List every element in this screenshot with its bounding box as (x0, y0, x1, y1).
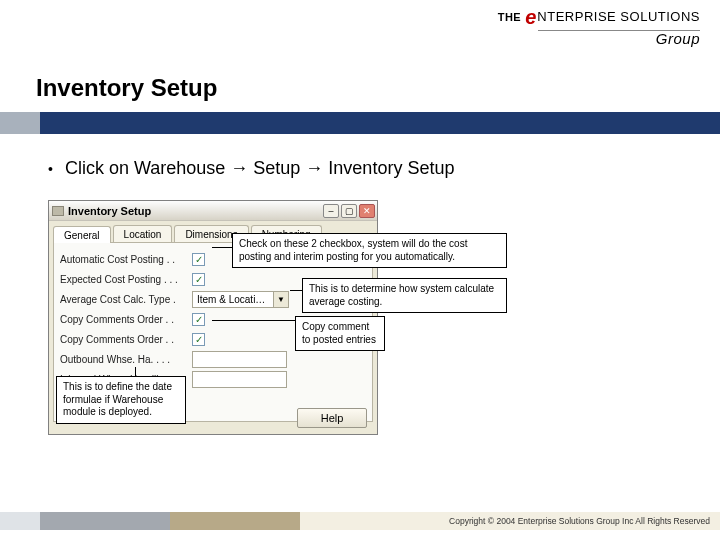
input-inbound-whse[interactable] (192, 371, 287, 388)
bullet-icon: • (48, 161, 53, 177)
footer-copyright: Copyright © 2004 Enterprise Solutions Gr… (449, 516, 710, 526)
tab-location[interactable]: Location (113, 225, 173, 242)
instruction-bullet: • Click on Warehouse → Setup → Inventory… (48, 158, 454, 179)
checkbox-copy-comments-2[interactable]: ✓ (192, 333, 205, 346)
brand-sub: Group (498, 30, 700, 47)
tab-general[interactable]: General (53, 226, 111, 243)
minimize-button[interactable]: – (323, 204, 339, 218)
window-titlebar: Inventory Setup – ▢ ✕ (49, 201, 377, 221)
chevron-down-icon: ▼ (273, 292, 288, 307)
footer-bar: Copyright © 2004 Enterprise Solutions Gr… (0, 512, 720, 530)
brand-prefix: THE (498, 11, 522, 23)
dropdown-avg-cost-calc-type[interactable]: Item & Locati… ▼ (192, 291, 289, 308)
label-avg-cost-calc-type: Average Cost Calc. Type . (60, 294, 188, 305)
page-title: Inventory Setup (36, 74, 217, 102)
label-outbound-whse: Outbound Whse. Ha. . . . (60, 354, 188, 365)
label-expected-cost-posting: Expected Cost Posting . . . (60, 274, 188, 285)
connector-line (290, 290, 302, 291)
callout-avg-costing: This is to determine how system calculat… (302, 278, 507, 313)
input-outbound-whse[interactable] (192, 351, 287, 368)
maximize-button[interactable]: ▢ (341, 204, 357, 218)
label-auto-cost-posting: Automatic Cost Posting . . (60, 254, 188, 265)
label-copy-comments-order-1: Copy Comments Order . . (60, 314, 188, 325)
dropdown-value: Item & Locati… (193, 294, 273, 305)
checkbox-expected-cost-posting[interactable]: ✓ (192, 273, 205, 286)
brand-rest: NTERPRISE SOLUTIONS (537, 9, 700, 24)
callout-cost-posting: Check on these 2 checkbox, system will d… (232, 233, 507, 268)
connector-line (212, 320, 295, 321)
window-title: Inventory Setup (68, 205, 151, 217)
brand-logo: THE eNTERPRISE SOLUTIONS Group (498, 6, 700, 47)
close-button[interactable]: ✕ (359, 204, 375, 218)
callout-copy-comment: Copy comment to posted entries (295, 316, 385, 351)
label-copy-comments-order-2: Copy Comments Order . . (60, 334, 188, 345)
title-underline-bar (0, 112, 720, 134)
connector-line (135, 367, 136, 376)
checkbox-copy-comments-1[interactable]: ✓ (192, 313, 205, 326)
callout-date-formulae: This is to define the date formulae if W… (56, 376, 186, 424)
checkbox-auto-cost-posting[interactable]: ✓ (192, 253, 205, 266)
instruction-text: Click on Warehouse → Setup → Inventory S… (65, 158, 455, 179)
connector-line (212, 247, 232, 248)
help-button[interactable]: Help (297, 408, 367, 428)
window-app-icon (52, 206, 64, 216)
brand-e-icon: e (525, 6, 536, 28)
